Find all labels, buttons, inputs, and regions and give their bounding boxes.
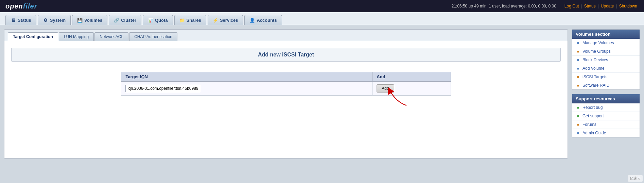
logout-link[interactable]: Log Out (564, 4, 579, 9)
nav-item-volumes[interactable]: 💾Volumes (72, 15, 107, 25)
sidebar-icon: ■ (576, 122, 580, 127)
volumes-section-title: Volumes section (572, 30, 640, 39)
nav-label: Shares (187, 18, 201, 23)
shutdown-link[interactable]: Shutdown (619, 4, 637, 9)
nav-item-cluster[interactable]: 🔗Cluster (109, 15, 141, 25)
sidebar-link-label: Get support (582, 114, 604, 118)
sidebar-link-block-devices[interactable]: ■Block Devices (572, 56, 640, 64)
tab-lun-mapping[interactable]: LUN Mapping (59, 32, 94, 41)
nav-item-services[interactable]: ⚡Services (208, 15, 243, 25)
sidebar-link-label: Admin Guide (582, 131, 606, 135)
sidebar-icon: ■ (576, 114, 580, 118)
red-arrow-annotation (386, 88, 410, 107)
sidebar-icon: ■ (576, 40, 580, 45)
sidebar-link-label: Add Volume (582, 66, 605, 71)
sidebar-icon: ■ (576, 49, 580, 54)
sidebar-icon: ■ (576, 83, 580, 88)
nav-item-accounts[interactable]: 👤Accounts (244, 15, 282, 25)
nav-item-system[interactable]: ⚙System (38, 15, 71, 25)
nav-item-shares[interactable]: 📁Shares (174, 15, 206, 25)
add-cell: Add (372, 82, 451, 96)
sidebar-link-label: iSCSI Targets (582, 74, 607, 79)
sidebar-link-label: Manage Volumes (582, 40, 614, 45)
nav-icon-accounts: 👤 (249, 17, 255, 23)
nav-icon-status: 🖥 (11, 17, 16, 23)
col-target-iqn: Target IQN (121, 72, 372, 82)
sidebar-link-iscsi-targets[interactable]: ■iSCSI Targets (572, 73, 640, 81)
nav-icon-system: ⚙ (43, 17, 48, 23)
nav-label: Cluster (121, 18, 136, 23)
sidebar-icon: ■ (576, 105, 580, 110)
content-area: Target ConfigurationLUN MappingNetwork A… (4, 29, 568, 159)
nav-item-status[interactable]: 🖥Status (5, 15, 36, 25)
support-section: Support resources ■Report bug■Get suppor… (572, 94, 640, 137)
sidebar-icon: ■ (576, 57, 580, 62)
nav-label: Status (18, 18, 31, 23)
logo: openfiler (5, 2, 37, 10)
nav-item-quota[interactable]: 📊Quota (143, 15, 173, 25)
sidebar-link-report-bug[interactable]: ■Report bug (572, 103, 640, 112)
nav-label: Volumes (84, 18, 102, 23)
nav-label: Quota (155, 18, 168, 23)
tab-chap-authentication[interactable]: CHAP Authentication (129, 32, 177, 41)
sidebar-link-label: Block Devices (582, 57, 608, 62)
sidebar-link-forums[interactable]: ■Forums (572, 120, 640, 129)
sidebar: Volumes section ■Manage Volumes■Volume G… (572, 29, 640, 159)
tab-network-acl[interactable]: Network ACL (94, 32, 128, 41)
table-row: Add (121, 82, 451, 96)
nav-icon-quota: 📊 (148, 17, 153, 23)
target-iqn-input[interactable] (125, 85, 200, 92)
sidebar-icon: ■ (576, 131, 580, 135)
sidebar-link-add-volume[interactable]: ■Add Volume (572, 64, 640, 73)
sidebar-link-label: Report bug (582, 105, 603, 110)
sidebar-icon: ■ (576, 66, 580, 71)
system-status: 21:06:50 up 49 min, 1 user, load average… (452, 4, 556, 9)
nav-label: Accounts (257, 18, 277, 23)
target-iqn-table: Target IQN Add Add (121, 72, 451, 96)
nav-icon-cluster: 🔗 (114, 17, 119, 23)
volumes-section: Volumes section ■Manage Volumes■Volume G… (572, 29, 640, 90)
support-section-title: Support resources (572, 94, 640, 103)
nav-icon-services: ⚡ (213, 17, 218, 23)
sidebar-link-label: Volume Groups (582, 49, 611, 54)
update-link[interactable]: Update (601, 4, 614, 9)
sidebar-link-software-raid[interactable]: ■Software RAID (572, 81, 640, 89)
tab-target-configuration[interactable]: Target Configuration (8, 32, 58, 41)
navigation-bar: 🖥Status⚙System💾Volumes🔗Cluster📊Quota📁Sha… (0, 12, 644, 25)
form-title: Add new iSCSI Target (11, 48, 561, 62)
sidebar-link-manage-volumes[interactable]: ■Manage Volumes (572, 39, 640, 47)
sidebar-link-label: Software RAID (582, 83, 609, 88)
sidebar-link-volume-groups[interactable]: ■Volume Groups (572, 47, 640, 56)
iqn-cell (121, 82, 372, 96)
header-right: 21:06:50 up 49 min, 1 user, load average… (452, 4, 639, 9)
sidebar-link-get-support[interactable]: ■Get support (572, 112, 640, 120)
status-link[interactable]: Status (584, 4, 596, 9)
form-area: Add new iSCSI Target Target IQN Add Add (4, 41, 568, 102)
nav-label: Services (220, 18, 238, 23)
main-wrapper: Target ConfigurationLUN MappingNetwork A… (0, 25, 644, 163)
sidebar-icon: ■ (576, 74, 580, 79)
col-add: Add (372, 72, 451, 82)
tab-bar: Target ConfigurationLUN MappingNetwork A… (4, 30, 568, 41)
sidebar-link-label: Forums (582, 122, 596, 127)
top-header: openfiler 21:06:50 up 49 min, 1 user, lo… (0, 0, 644, 12)
nav-label: System (50, 18, 66, 23)
nav-icon-volumes: 💾 (77, 17, 83, 23)
sidebar-link-admin-guide[interactable]: ■Admin Guide (572, 129, 640, 137)
nav-icon-shares: 📁 (179, 17, 185, 23)
